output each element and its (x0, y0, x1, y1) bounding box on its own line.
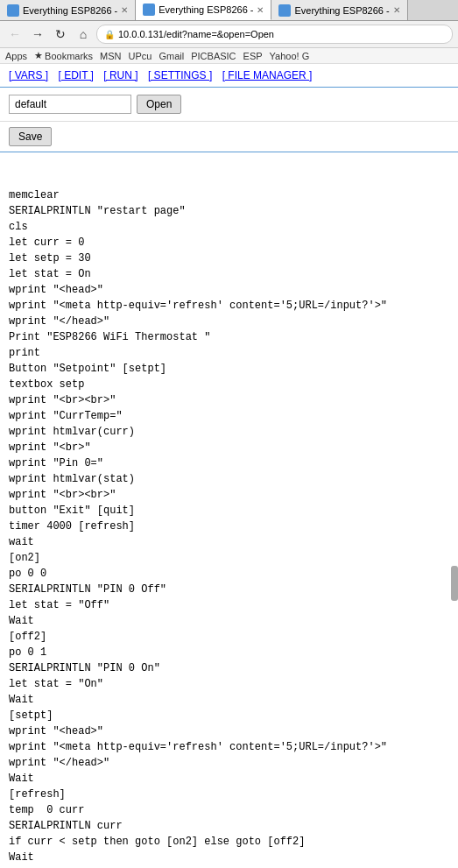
bookmark-picbasic[interactable]: PICBASIC (191, 51, 236, 61)
nav-run[interactable]: [ RUN ] (103, 69, 137, 81)
bookmark-upcu[interactable]: UPcu (129, 51, 152, 61)
bookmark-yahoo-label: Yahoo! G (270, 51, 310, 61)
tab-2-favicon (143, 4, 155, 16)
bookmark-esp-label: ESP (243, 51, 263, 61)
bookmark-apps-label: Apps (5, 51, 27, 61)
filename-input[interactable] (9, 95, 131, 114)
tab-1-label: Everything ESP8266 - (23, 5, 117, 16)
tab-1[interactable]: Everything ESP8266 - ✕ (0, 0, 136, 20)
forward-button[interactable]: → (28, 25, 47, 44)
bookmark-upcu-label: UPcu (129, 51, 152, 61)
tab-1-favicon (7, 4, 19, 17)
code-content: memclear SERIALPRINTLN "restart page" cl… (9, 187, 449, 868)
code-area[interactable]: memclear SERIALPRINTLN "restart page" cl… (0, 152, 458, 868)
open-bar: Open (0, 88, 458, 122)
browser-tabs: Everything ESP8266 - ✕ Everything ESP826… (0, 0, 458, 21)
browser-toolbar: ← → ↻ ⌂ 🔒 10.0.0.131/edit?name=&open=Ope… (0, 21, 458, 48)
bookmark-gmail[interactable]: Gmail (159, 51, 184, 61)
bookmark-esp[interactable]: ESP (243, 51, 263, 61)
page-content: [ VARS ] [ EDIT ] [ RUN ] [ SETTINGS ] [… (0, 64, 458, 868)
bookmark-bookmarks-label: Bookmarks (45, 51, 93, 61)
save-button[interactable]: Save (9, 127, 52, 146)
bookmark-gmail-label: Gmail (159, 51, 184, 61)
nav-vars[interactable]: [ VARS ] (9, 69, 48, 81)
bookmark-picbasic-label: PICBASIC (191, 51, 236, 61)
tab-3-label: Everything ESP8266 - (294, 5, 389, 16)
save-btn-row: Save (0, 122, 458, 152)
tab-2-close[interactable]: ✕ (257, 5, 264, 15)
bookmark-msn-label: MSN (100, 51, 121, 61)
bookmark-apps[interactable]: Apps (5, 51, 27, 61)
bookmark-bookmarks[interactable]: ★ Bookmarks (34, 50, 93, 61)
tab-1-close[interactable]: ✕ (121, 5, 128, 15)
scrollbar[interactable] (451, 566, 458, 601)
bookmark-msn[interactable]: MSN (100, 51, 121, 61)
nav-settings[interactable]: [ SETTINGS ] (148, 69, 212, 81)
nav-edit[interactable]: [ EDIT ] (58, 69, 93, 81)
nav-filemanager[interactable]: [ FILE MANAGER ] (222, 69, 313, 81)
tab-2-label: Everything ESP8266 - (159, 4, 253, 15)
tab-3-favicon (278, 4, 291, 17)
tab-3[interactable]: Everything ESP8266 - ✕ (271, 0, 407, 20)
address-text: 10.0.0.131/edit?name=&open=Open (118, 29, 445, 39)
address-bar[interactable]: 🔒 10.0.0.131/edit?name=&open=Open (96, 25, 453, 44)
open-button[interactable]: Open (137, 95, 181, 114)
home-button[interactable]: ⌂ (74, 25, 93, 44)
address-lock-icon: 🔒 (104, 30, 115, 39)
tab-2[interactable]: Everything ESP8266 - ✕ (136, 0, 271, 20)
back-button[interactable]: ← (5, 25, 25, 44)
nav-links: [ VARS ] [ EDIT ] [ RUN ] [ SETTINGS ] [… (0, 64, 458, 88)
bookmark-yahoo[interactable]: Yahoo! G (270, 51, 310, 61)
tab-3-close[interactable]: ✕ (393, 5, 400, 15)
reload-button[interactable]: ↻ (51, 25, 70, 44)
bookmarks-bar: Apps ★ Bookmarks MSN UPcu Gmail PICBASIC… (0, 48, 458, 64)
